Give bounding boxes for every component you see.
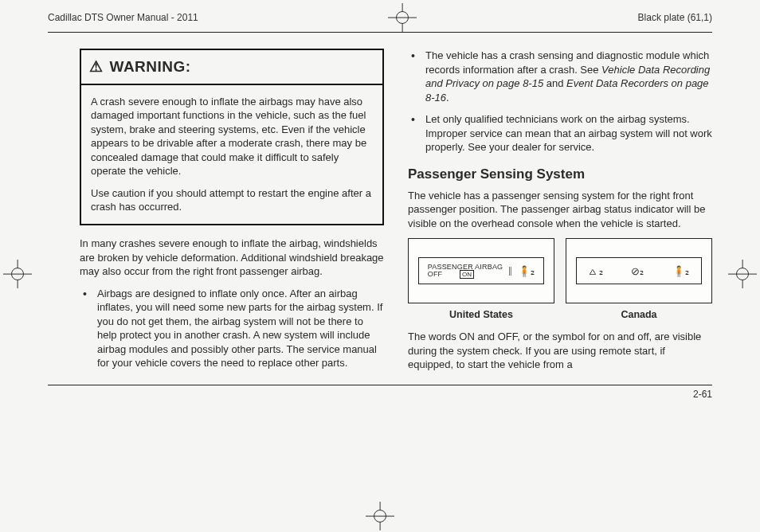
right-registration-mark [731,263,754,285]
list-item: The vehicle has a crash sensing and diag… [425,49,712,104]
top-registration-holder [198,6,606,29]
seatbelt-icon: 🧍₂ [672,264,689,279]
airbag-off-icon: ⊘₂ [631,264,644,279]
plate-info: Black plate (61,1) [606,12,712,23]
section-heading: Passenger Sensing System [408,166,712,184]
caption-us: United States [408,308,554,322]
text-run: . [446,92,449,104]
page-header: Cadillac DTS Owner Manual - 2011 Black p… [0,0,760,32]
warning-title: WARNING: [110,57,191,77]
page-footer: 2-61 [0,385,760,400]
warning-heading: ⚠ WARNING: [81,50,382,85]
left-registration-mark [6,263,29,285]
indicator-illustration-row: PASSENGER AIRBAG OFF ON ║ 🧍₂ 🜂₂ ⊘₂ 🧍₂ [408,238,712,303]
text-run: and [543,77,566,89]
list-item: Let only qualified technicians work on t… [425,112,712,155]
caption-row: United States Canada [408,308,712,322]
indicator-us-panel: PASSENGER AIRBAG OFF ON ║ 🧍₂ [418,257,545,284]
airbag-on-icon: 🜂₂ [588,264,602,279]
body-paragraph: The vehicle has a passenger sensing syst… [408,189,712,231]
page-number: 2-61 [693,389,712,400]
indicator-on: ON [460,270,474,279]
warning-paragraph-1: A crash severe enough to inflate the air… [91,95,373,178]
bullet-list: The vehicle has a crash sensing and diag… [408,49,712,155]
indicator-canada: 🜂₂ ⊘₂ 🧍₂ [566,238,712,303]
indicator-us: PASSENGER AIRBAG OFF ON ║ 🧍₂ [408,238,554,303]
warning-box: ⚠ WARNING: A crash severe enough to infl… [80,49,384,225]
bullet-list: Airbags are designed to inflate only onc… [80,287,384,370]
registration-mark-icon [391,6,413,29]
body-paragraph: In many crashes severe enough to inflate… [80,237,384,279]
warning-triangle-icon: ⚠ [89,57,104,77]
bottom-registration-mark [369,505,391,527]
divider-icon: ║ [507,266,513,276]
warning-body: A crash severe enough to inflate the air… [81,85,382,224]
body-paragraph: The words ON and OFF, or the symbol for … [408,330,712,372]
right-column: The vehicle has a crash sensing and diag… [408,49,712,380]
indicator-line2: OFF ON [428,271,503,279]
caption-canada: Canada [566,308,712,322]
indicator-text: PASSENGER AIRBAG OFF ON [428,264,503,280]
left-column: ⚠ WARNING: A crash severe enough to infl… [80,49,384,380]
warning-paragraph-2: Use caution if you should attempt to res… [91,186,373,214]
indicator-ca-panel: 🜂₂ ⊘₂ 🧍₂ [576,257,703,284]
indicator-off: OFF [428,270,443,278]
seatbelt-icon: 🧍₂ [518,264,535,279]
registration-mark-icon [731,263,754,285]
list-item: Airbags are designed to inflate only onc… [97,287,384,370]
content-area: ⚠ WARNING: A crash severe enough to infl… [0,41,760,380]
registration-mark-icon [6,263,29,285]
header-rule [48,32,712,33]
registration-mark-icon [369,505,391,527]
manual-title: Cadillac DTS Owner Manual - 2011 [48,12,198,23]
